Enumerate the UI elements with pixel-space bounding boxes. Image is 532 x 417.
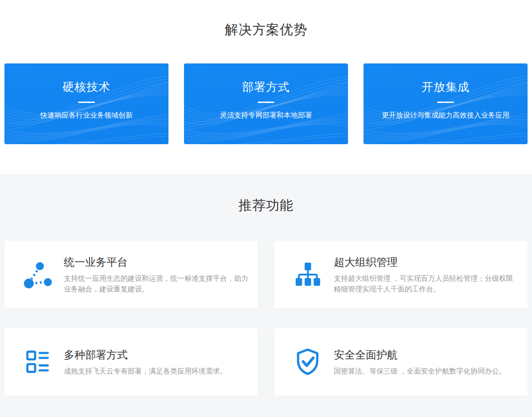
recommended-features-section: 推荐功能 统一业务平台 支持统一应用生态的建设和运营，统一标准支撑平台，助力业务… — [0, 174, 532, 417]
advantage-card-deployment: 部署方式 灵活支持专网部署和本地部署 — [184, 63, 348, 144]
feature-desc: 支持统一应用生态的建设和运营，统一标准支撑平台，助力业务融合，建设重复建设。 — [64, 273, 249, 295]
wave-decoration — [364, 63, 528, 144]
divider — [78, 102, 95, 103]
feature-title: 超大组织管理 — [334, 255, 519, 270]
wave-decoration — [4, 63, 168, 144]
feature-desc: 支持超大组织管理 ，可实现百万人员轻松管理；分级权限精细管理实现千人千面的工作台… — [334, 273, 519, 295]
feature-title: 统一业务平台 — [64, 255, 249, 270]
feature-card-grid: 统一业务平台 支持统一应用生态的建设和运营，统一标准支撑平台，助力业务融合，建设… — [4, 241, 528, 396]
advantages-section-title: 解决方案优势 — [4, 20, 528, 39]
feature-desc: 国密算法、等保三级 ，全面安全护航数字化协同办公。 — [334, 366, 506, 377]
feature-title: 多种部署方式 — [64, 347, 227, 362]
feature-card-unified-platform: 统一业务平台 支持统一应用生态的建设和运营，统一标准支撑平台，助力业务融合，建设… — [4, 241, 258, 308]
advantage-card-title: 开放集成 — [422, 79, 469, 94]
advantage-card-open-integration: 开放集成 更开放设计与集成能力高效接入业务应用 — [364, 63, 528, 144]
feature-title: 安全全面护航 — [334, 347, 506, 362]
divider — [258, 102, 274, 103]
advantage-card-desc: 更开放设计与集成能力高效接入业务应用 — [382, 110, 509, 120]
scatter-nodes-icon — [23, 260, 52, 289]
feature-desc: 成熟支持飞天云专有部署，满足各类应用环境需求。 — [64, 366, 227, 377]
shield-check-icon — [293, 347, 322, 377]
feature-card-deployment-modes: 多种部署方式 成熟支持飞天云专有部署，满足各类应用环境需求。 — [4, 328, 258, 396]
feature-card-security: 安全全面护航 国密算法、等保三级 ，全面安全护航数字化协同办公。 — [274, 328, 528, 396]
advantage-card-list: 硬核技术 快速响应各行业业务领域创新 部署方式 灵活支持专网部署和本地部署 开放… — [4, 63, 528, 144]
org-chart-icon — [293, 260, 322, 289]
advantage-card-title: 部署方式 — [242, 79, 290, 94]
advantage-card-hardcore-tech: 硬核技术 快速响应各行业业务领域创新 — [4, 63, 168, 144]
wave-decoration — [184, 63, 348, 144]
advantage-card-title: 硬核技术 — [63, 79, 110, 94]
solution-advantages-section: 解决方案优势 硬核技术 快速响应各行业业务领域创新 部署方式 灵活支持专网部署和… — [0, 0, 532, 174]
divider — [437, 102, 454, 103]
advantage-card-desc: 灵活支持专网部署和本地部署 — [220, 110, 312, 120]
features-section-title: 推荐功能 — [4, 196, 528, 215]
advantage-card-desc: 快速响应各行业业务领域创新 — [40, 110, 133, 120]
list-icon — [23, 347, 52, 377]
feature-card-large-org: 超大组织管理 支持超大组织管理 ，可实现百万人员轻松管理；分级权限精细管理实现千… — [274, 241, 528, 308]
